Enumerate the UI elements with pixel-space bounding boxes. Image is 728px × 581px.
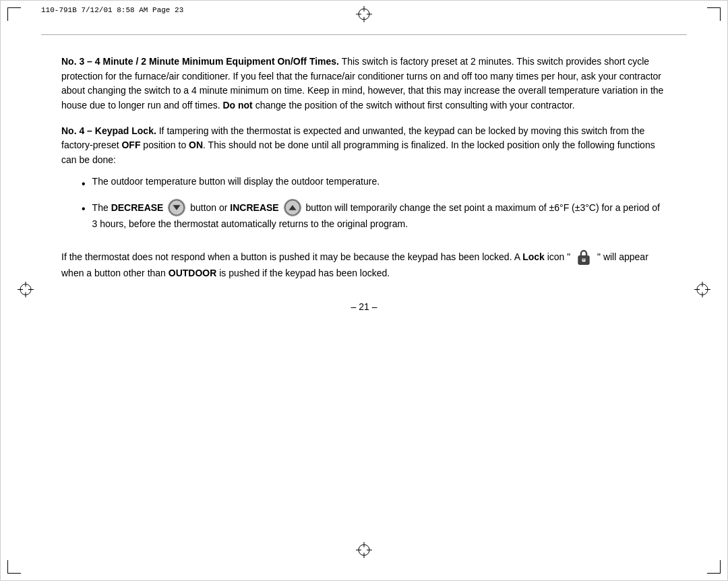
crosshair-right-icon [694, 282, 710, 298]
para3-pre: If the thermostat does not respond when … [61, 251, 522, 262]
paragraph-no4-body: No. 4 – Keypad Lock. If tampering with t… [61, 124, 667, 239]
increase-button-icon [284, 199, 301, 216]
page-number: – 21 – [61, 301, 667, 312]
bullet-dot-2: • [82, 201, 86, 218]
para3-end: is pushed if the keypad has been locked. [216, 268, 390, 278]
bullet2-increase: INCREASE [230, 202, 278, 212]
no4-label: No. 4 – Keypad Lock. [61, 125, 156, 136]
page-container: 110-791B 7/12/01 8:58 AM Page 23 [0, 0, 728, 581]
no3-donot: Do not [222, 100, 252, 111]
paragraph-no4: No. 4 – Keypad Lock. If tampering with t… [61, 124, 667, 239]
corner-mark-top-right [707, 7, 721, 21]
bullet-content-2: The DECREASE button or INCREASE [92, 200, 667, 232]
decrease-button-icon [168, 199, 185, 216]
para3-outdoor: OUTDOOR [169, 268, 217, 278]
svg-point-26 [583, 259, 585, 261]
paragraph-final: If the thermostat does not respond when … [61, 249, 667, 281]
bullet-dot-1: • [82, 176, 86, 193]
crosshair-left [18, 282, 34, 300]
crosshair-bottom [356, 542, 372, 560]
corner-mark-top-left [7, 7, 21, 21]
bullet-list: • The outdoor temperature button will di… [82, 175, 667, 231]
bullet2-decrease: DECREASE [111, 202, 164, 212]
paragraph-no3: No. 3 – 4 Minute / 2 Minute Minimum Equi… [61, 55, 667, 113]
bullet-content-1: The outdoor temperature button will disp… [92, 175, 667, 189]
bullet-item-2: • The DECREASE button or INCREASE [82, 200, 667, 232]
bullet-item-1: • The outdoor temperature button will di… [82, 175, 667, 193]
crosshair-right [694, 282, 710, 300]
crosshair-top-icon [356, 6, 372, 22]
header-text: 110-791B 7/12/01 8:58 AM Page 23 [41, 6, 183, 14]
no4-on: ON [189, 140, 203, 150]
crosshair-bottom-icon [356, 542, 372, 558]
no4-off: OFF [121, 140, 140, 150]
paragraph-no3-body: No. 3 – 4 Minute / 2 Minute Minimum Equi… [61, 55, 667, 113]
para3-mid: icon " [545, 251, 570, 262]
crosshair-left-icon [18, 282, 34, 298]
para3-lock: Lock [522, 251, 545, 262]
corner-mark-bottom-left [7, 560, 21, 574]
main-content: No. 3 – 4 Minute / 2 Minute Minimum Equi… [61, 55, 667, 540]
no3-label: No. 3 – 4 Minute / 2 Minute Minimum Equi… [61, 56, 339, 67]
lock-icon [575, 248, 593, 266]
page-header: 110-791B 7/12/01 8:58 AM Page 23 [41, 6, 687, 14]
bullet2-pre: The [92, 202, 111, 212]
bullet2-mid: button or [190, 202, 230, 212]
no3-end: change the position of the switch withou… [253, 100, 575, 111]
corner-mark-bottom-right [707, 560, 721, 574]
header-line [41, 34, 687, 35]
